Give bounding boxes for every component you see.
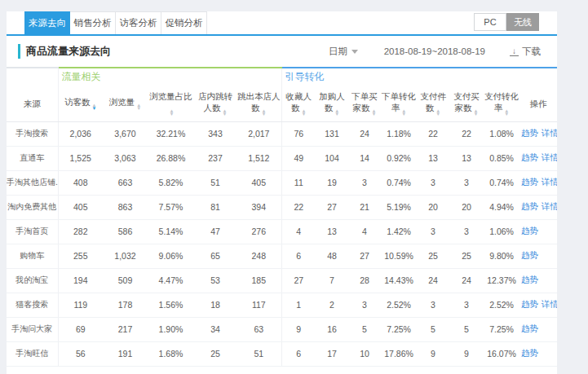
col-pageviews: 浏览量▲▼ — [103, 86, 148, 121]
trend-link[interactable]: 趋势 — [521, 152, 538, 162]
sort-icon[interactable]: ▲▼ — [262, 109, 267, 117]
detail-link[interactable]: 详情 — [542, 201, 557, 211]
value-cell: 22 — [417, 121, 449, 146]
value-cell: 22 — [281, 195, 316, 219]
date-range[interactable]: 2018-08-19~2018-08-19 — [384, 46, 485, 56]
value-cell: 13 — [316, 219, 348, 244]
value-cell: 48 — [316, 244, 348, 268]
value-cell: 9 — [417, 341, 449, 366]
value-cell: 6 — [281, 244, 316, 268]
sort-icon[interactable]: ▲▼ — [372, 109, 377, 117]
tab-sales-analysis[interactable]: 销售分析 — [70, 11, 116, 34]
sort-icon[interactable]: ▲▼ — [435, 109, 440, 117]
sort-icon[interactable]: ▲▼ — [170, 109, 175, 117]
wireless-toggle-button[interactable]: 无线 — [506, 13, 539, 31]
download-label: 下载 — [522, 46, 541, 58]
trend-link[interactable]: 趋势 — [521, 226, 538, 235]
value-cell: 5 — [417, 317, 449, 341]
value-cell: 24 — [348, 121, 381, 146]
value-cell: 191 — [103, 341, 148, 366]
detail-link[interactable]: 详情 — [542, 177, 557, 187]
value-cell: 6 — [281, 341, 316, 366]
trend-link[interactable]: 趋势 — [521, 177, 538, 187]
sort-icon[interactable]: ▲▼ — [136, 103, 141, 111]
sort-icon[interactable]: ▲▼ — [401, 109, 406, 117]
value-cell: 9 — [449, 341, 484, 366]
value-cell: 3 — [449, 219, 484, 244]
trend-link[interactable]: 趋势 — [521, 348, 538, 358]
pc-toggle-button[interactable]: PC — [474, 13, 506, 31]
value-cell: 0.85% — [484, 146, 519, 170]
value-cell: 863 — [103, 195, 148, 219]
sort-icon[interactable]: ▲▼ — [504, 109, 509, 117]
value-cell: 1,512 — [237, 146, 281, 170]
value-cell: 3 — [449, 293, 484, 317]
value-cell: 2.52% — [484, 293, 519, 317]
sort-icon[interactable]: ▲▼ — [474, 109, 479, 117]
value-cell: 7.25% — [381, 317, 417, 341]
value-cell: 25 — [194, 341, 237, 366]
value-cell: 24 — [417, 268, 449, 293]
value-cell: 1.68% — [148, 341, 194, 366]
trend-link[interactable]: 趋势 — [521, 250, 538, 260]
date-dropdown[interactable]: 日期 — [329, 46, 358, 58]
actions-cell: 趋势 — [519, 268, 557, 293]
table-row: 手淘搜索2,0363,67032.21%3432,01776131241.18%… — [7, 121, 557, 146]
value-cell: 4 — [348, 219, 381, 244]
trend-link[interactable]: 趋势 — [521, 299, 538, 309]
download-button[interactable]: ↓ 下载 — [510, 46, 541, 58]
value-cell: 12.37% — [484, 268, 519, 293]
col-actions: 操作 — [519, 86, 557, 121]
table-row: 手淘问大家692171.90%346391657.25%557.25%趋势 — [7, 317, 557, 341]
value-cell: 104 — [316, 146, 348, 170]
value-cell: 4.47% — [148, 268, 194, 293]
trend-link[interactable]: 趋势 — [521, 323, 538, 333]
sort-icon[interactable]: ▲▼ — [92, 103, 97, 111]
value-cell: 27 — [281, 268, 316, 293]
table-row: 淘内免费其他4058637.57%813942227215.19%20204.9… — [7, 195, 557, 219]
value-cell: 237 — [194, 146, 237, 170]
trend-link[interactable]: 趋势 — [521, 275, 538, 284]
detail-link[interactable]: 详情 — [542, 152, 557, 162]
value-cell: 1.56% — [148, 293, 194, 317]
value-cell: 24 — [449, 268, 484, 293]
value-cell: 3 — [348, 293, 381, 317]
value-cell: 185 — [237, 268, 281, 293]
detail-link[interactable]: 详情 — [542, 128, 557, 138]
trend-link[interactable]: 趋势 — [521, 201, 538, 211]
value-cell: 178 — [103, 293, 148, 317]
source-cell: 购物车 — [7, 244, 58, 268]
title-toolbar: 日期 2018-08-19~2018-08-19 ↓ 下载 — [329, 46, 541, 58]
value-cell: 2 — [316, 293, 348, 317]
actions-cell: 趋势详情 — [519, 121, 557, 146]
value-cell: 3,063 — [103, 146, 148, 170]
detail-link[interactable]: 详情 — [542, 299, 557, 309]
trend-link[interactable]: 趋势 — [521, 128, 538, 138]
value-cell: 3 — [417, 293, 449, 317]
value-cell: 405 — [58, 195, 103, 219]
value-cell: 14.43% — [381, 268, 417, 293]
sort-icon[interactable]: ▲▼ — [302, 109, 307, 117]
device-toggle: PC 无线 — [474, 13, 539, 31]
value-cell: 53 — [194, 268, 237, 293]
source-cell: 直通车 — [7, 146, 58, 170]
sort-icon[interactable]: ▲▼ — [223, 109, 228, 117]
col-favorites: 收藏人数▲▼ — [281, 86, 316, 121]
col-bounce-out: 跳出本店人数▲▼ — [237, 86, 281, 121]
value-cell: 4.94% — [484, 195, 519, 219]
col-add-to-cart: 加购人数▲▼ — [316, 86, 348, 121]
tab-promo-analysis[interactable]: 促销分析 — [161, 11, 207, 34]
page-title: 商品流量来源去向 — [18, 44, 111, 59]
col-paid-items: 支付件数▲▼ — [417, 86, 449, 121]
table-row: 手淘其他店铺...4086635.82%51405111930.74%330.7… — [7, 170, 557, 195]
sort-icon[interactable]: ▲▼ — [334, 109, 339, 117]
title-row: 商品流量来源去向 日期 2018-08-19~2018-08-19 ↓ 下载 — [7, 36, 557, 67]
value-cell: 9 — [281, 317, 316, 341]
tab-source-destination[interactable]: 来源去向 — [24, 11, 70, 34]
value-cell: 3 — [348, 170, 381, 195]
value-cell: 1.06% — [484, 219, 519, 244]
col-pageview-ratio: 浏览量占比▲▼ — [148, 86, 194, 121]
tab-visitor-analysis[interactable]: 访客分析 — [116, 11, 161, 34]
value-cell: 16.07% — [484, 341, 519, 366]
value-cell: 5 — [449, 317, 484, 341]
